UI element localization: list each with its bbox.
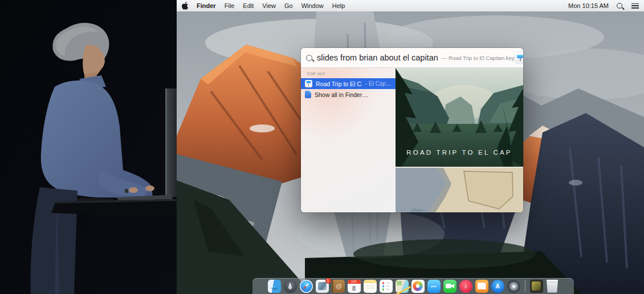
dock-item-finder[interactable]: [268, 280, 281, 293]
menu-edit[interactable]: Edit: [243, 2, 254, 9]
menubar-clock[interactable]: Mon 10:15 AM: [568, 2, 609, 9]
dock-item-notes[interactable]: [364, 280, 377, 293]
notification-badge: 1: [325, 278, 331, 284]
dock-item-safari[interactable]: [300, 280, 313, 293]
result-label: Show all in Finder…: [315, 91, 368, 98]
appstore-glyph: A: [491, 280, 504, 293]
menu-file[interactable]: File: [225, 2, 235, 9]
dock-item-stack[interactable]: [530, 280, 543, 293]
active-app-name[interactable]: Finder: [197, 2, 216, 9]
menu-go[interactable]: Go: [284, 2, 293, 9]
spotlight-preview-pane[interactable]: ROAD TRIP TO EL CAP: [396, 68, 523, 212]
keynote-app-icon: [515, 52, 523, 63]
apple-logo-icon: [182, 2, 189, 10]
dock-item-maps[interactable]: [396, 280, 409, 293]
dock-item-photos[interactable]: [411, 280, 425, 293]
result-road-trip-to-el-capitan-key[interactable]: Road Trip to El Capitan.key - El Cap…: [301, 78, 396, 89]
notification-center-icon[interactable]: [631, 3, 639, 9]
dock-item-contacts[interactable]: [332, 280, 345, 293]
finder-document-icon: [305, 91, 311, 98]
demo-screen: Finder FileEditViewGoWindowHelp Mon 10:1…: [177, 0, 644, 294]
calendar-month: JUN: [348, 280, 361, 284]
result-detail: - El Cap…: [365, 80, 392, 87]
menu-view[interactable]: View: [262, 2, 276, 9]
screenshot-root: Finder FileEditViewGoWindowHelp Mon 10:1…: [0, 0, 644, 294]
slide-california-map-image: [396, 168, 523, 212]
dock-item-launchpad[interactable]: [284, 280, 297, 293]
slide-title-text: ROAD TRIP TO EL CAP: [406, 149, 512, 156]
preview-slide-1: ROAD TRIP TO EL CAP: [396, 68, 523, 167]
dock-item-appstore[interactable]: A: [491, 280, 504, 293]
spotlight-search-bar[interactable]: slides from brian about el capitan — Roa…: [301, 48, 523, 68]
dock-item-system-preferences[interactable]: [507, 280, 520, 293]
results-section-header: TOP HIT: [301, 68, 396, 78]
dock-item-reminders[interactable]: [380, 280, 393, 293]
dock-item-messages[interactable]: •••: [427, 280, 441, 293]
dock-item-facetime[interactable]: [443, 280, 456, 293]
messages-glyph: •••: [427, 280, 441, 293]
slide-yosemite-image: ROAD TRIP TO EL CAP: [396, 68, 523, 167]
menu-help[interactable]: Help: [332, 2, 345, 9]
dock-item-itunes[interactable]: ♪: [459, 280, 472, 293]
apple-menu[interactable]: [182, 2, 189, 10]
dock-item-calendar[interactable]: JUN8: [348, 280, 361, 293]
dock: 1JUN8•••♪A: [252, 278, 574, 294]
spotlight-body: TOP HIT Road Trip to El Capitan.key - El…: [301, 68, 523, 212]
dock-item-trash[interactable]: [546, 280, 559, 293]
stage-photo-panel: [0, 0, 177, 294]
menu-bar: Finder FileEditViewGoWindowHelp Mon 10:1…: [177, 0, 644, 11]
spotlight-window: slides from brian about el capitan — Roa…: [301, 48, 523, 212]
presenter-illustration: [0, 0, 177, 294]
search-icon: [306, 55, 312, 61]
spotlight-results-pane: TOP HIT Road Trip to El Capitan.key - El…: [301, 68, 396, 212]
spotlight-menu-icon[interactable]: [617, 3, 622, 9]
menu-window[interactable]: Window: [301, 2, 324, 9]
search-autocomplete-text: — Road Trip to El Capitan.key: [442, 55, 515, 61]
menubar-menus: FileEditViewGoWindowHelp: [225, 2, 345, 9]
dock-item-ibooks[interactable]: [475, 280, 488, 293]
calendar-day: 8: [348, 284, 361, 293]
itunes-glyph: ♪: [459, 280, 472, 293]
dock-item-mail[interactable]: 1: [316, 280, 329, 293]
search-query-text[interactable]: slides from brian about el capitan: [317, 53, 438, 62]
keynote-icon: [305, 80, 312, 87]
spotlight-results: Road Trip to El Capitan.key - El Cap… Sh…: [301, 78, 396, 100]
result-show-all-in-finder[interactable]: Show all in Finder…: [301, 89, 396, 100]
dock-separator: [525, 280, 525, 292]
result-label: Road Trip to El Capitan.key: [316, 80, 362, 87]
preview-slide-2: [396, 168, 523, 212]
